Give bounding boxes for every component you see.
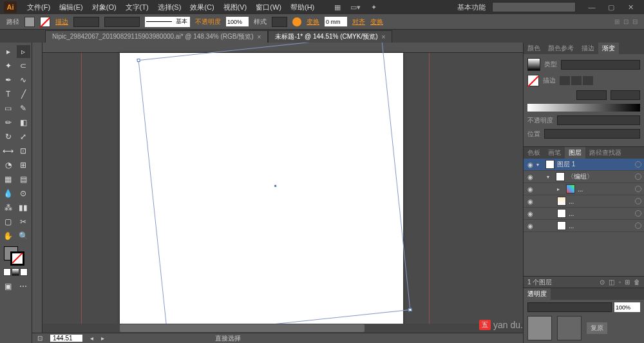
tab-color[interactable]: 颜色 <box>524 43 544 54</box>
new-sublayer-icon[interactable]: ▫ <box>618 279 621 286</box>
eraser-tool[interactable]: ◧ <box>17 116 31 129</box>
rotate-tool[interactable]: ↻ <box>1 130 15 143</box>
expand-arrow-icon[interactable]: ▾ <box>536 162 543 168</box>
zoom-tool[interactable]: 🔍 <box>17 230 31 242</box>
target-icon[interactable] <box>635 198 641 204</box>
graph-tool[interactable]: ▮▮ <box>17 201 31 214</box>
search-input[interactable] <box>492 2 576 12</box>
fill-color-swatch[interactable] <box>24 17 35 27</box>
tab-brushes[interactable]: 画笔 <box>544 147 565 159</box>
slice-tool[interactable]: ✂ <box>17 215 31 228</box>
gradient-tool[interactable]: ▤ <box>17 173 31 186</box>
gpu-icon[interactable]: ✦ <box>367 1 380 13</box>
visibility-toggle-icon[interactable]: ◉ <box>526 185 534 193</box>
gradient-stroke-none[interactable] <box>527 75 539 86</box>
line-tool[interactable]: ╱ <box>17 88 31 101</box>
visibility-toggle-icon[interactable]: ◉ <box>526 222 534 230</box>
selected-rectangle-path[interactable] <box>138 43 411 336</box>
paintbrush-tool[interactable]: ✎ <box>17 102 31 115</box>
stroke-swatch-none[interactable] <box>10 251 24 266</box>
tab-close-icon[interactable]: × <box>258 34 261 41</box>
mesh-tool[interactable]: ▦ <box>1 173 15 186</box>
layer-row[interactable]: ◉ ▸ ... <box>524 183 644 195</box>
gradient-angle-input[interactable] <box>576 90 606 100</box>
layer-name[interactable]: ... <box>578 186 632 193</box>
symbol-sprayer-tool[interactable]: ⁂ <box>1 201 15 214</box>
blend-mode-dropdown[interactable] <box>527 302 612 312</box>
more-icon[interactable]: ⊟ <box>632 18 638 25</box>
target-icon[interactable] <box>635 173 641 180</box>
tab-layers[interactable]: 图层 <box>565 147 585 159</box>
direct-selection-tool[interactable]: ▹ <box>17 45 31 58</box>
graphic-style-dropdown[interactable] <box>272 17 287 27</box>
align-label[interactable]: 对齐 <box>352 17 365 26</box>
mode-color[interactable] <box>3 268 11 276</box>
tab-swatches[interactable]: 描边 <box>578 43 598 54</box>
stroke-link[interactable]: 描边 <box>55 17 68 26</box>
bridge-icon[interactable]: ▦ <box>331 1 344 13</box>
opacity-value[interactable]: 100% <box>226 17 249 26</box>
type-tool[interactable]: T <box>1 88 15 101</box>
nav-next-icon[interactable]: ▸ <box>101 335 104 342</box>
horizontal-scrollbar[interactable] <box>43 324 523 333</box>
recolor-icon[interactable] <box>292 17 301 26</box>
layer-row[interactable]: ◉ ... <box>524 195 644 208</box>
blend-tool[interactable]: ⊙ <box>17 187 31 200</box>
guide-vertical[interactable] <box>81 53 82 333</box>
menu-select[interactable]: 选择(S) <box>154 1 185 14</box>
nav-prev-icon[interactable]: ◂ <box>90 335 93 342</box>
tab-transparency[interactable]: 透明度 <box>524 288 551 300</box>
layer-name[interactable]: ... <box>569 210 632 217</box>
locate-object-icon[interactable]: ⊙ <box>600 279 605 286</box>
menu-file[interactable]: 文件(F) <box>23 1 54 14</box>
artboard-tool[interactable]: ▢ <box>1 215 15 228</box>
opacity-label[interactable]: 不透明度 <box>195 17 221 26</box>
menu-help[interactable]: 帮助(H) <box>287 1 318 14</box>
target-icon[interactable] <box>635 186 641 192</box>
layer-name[interactable]: ... <box>569 198 632 205</box>
magic-wand-tool[interactable]: ✦ <box>1 59 15 72</box>
brush-definition[interactable]: 基本 <box>145 17 190 27</box>
align-input[interactable]: 0 mm <box>325 17 347 26</box>
menu-type[interactable]: 文字(T) <box>122 1 153 14</box>
layer-row[interactable]: ◉ ... <box>524 220 644 232</box>
edit-icon[interactable]: ⊡ <box>623 18 629 25</box>
eyedropper-tool[interactable]: 💧 <box>1 187 15 200</box>
arrange-icon[interactable]: ▭▾ <box>349 1 362 13</box>
pen-tool[interactable]: ✒ <box>1 74 15 86</box>
transform-label2[interactable]: 变换 <box>370 17 383 26</box>
scrollbar-thumb[interactable] <box>120 324 365 332</box>
anchor-point[interactable] <box>137 59 140 62</box>
screen-mode-tool[interactable]: ▣ <box>1 280 15 293</box>
workspace-switcher[interactable]: 基本功能 <box>457 3 486 12</box>
new-layer-icon[interactable]: ⊞ <box>625 279 630 286</box>
layer-row[interactable]: ◉ ... <box>524 208 644 220</box>
anchor-point[interactable] <box>408 308 412 311</box>
canvas[interactable] <box>43 53 523 333</box>
free-transform-tool[interactable]: ⊡ <box>17 144 31 157</box>
stop-opacity-input[interactable] <box>557 115 640 125</box>
tab-color-guide[interactable]: 颜色参考 <box>544 43 578 54</box>
layer-name[interactable]: 〈编组〉 <box>567 172 632 181</box>
stop-position-input[interactable] <box>544 129 640 139</box>
layer-row[interactable]: ◉ ▾ 图层 1 <box>524 159 644 171</box>
stroke-weight-dropdown[interactable] <box>73 17 99 27</box>
color-swatches[interactable] <box>1 246 30 266</box>
menu-effect[interactable]: 效果(C) <box>186 1 218 14</box>
mode-none[interactable] <box>20 268 28 276</box>
maximize-button[interactable]: ▢ <box>601 1 621 14</box>
target-icon[interactable] <box>635 222 641 229</box>
layer-name[interactable]: 图层 1 <box>557 160 632 169</box>
gradient-preview[interactable] <box>527 58 540 71</box>
guide-vertical[interactable] <box>429 53 430 333</box>
menu-window[interactable]: 窗口(W) <box>252 1 285 14</box>
visibility-toggle-icon[interactable]: ◉ <box>526 197 534 205</box>
document-tab-1[interactable]: Nipic_29842067_20190829115903980000.ai* … <box>45 30 268 43</box>
curvature-tool[interactable]: ∿ <box>17 74 31 86</box>
layer-name[interactable]: ... <box>569 222 632 230</box>
delete-layer-icon[interactable]: 🗑 <box>634 279 640 286</box>
tab-pathfinder[interactable]: 路径查找器 <box>585 147 625 159</box>
mode-gradient[interactable] <box>12 268 19 276</box>
visibility-toggle-icon[interactable]: ◉ <box>526 210 534 217</box>
tab-close-icon[interactable]: × <box>382 34 386 41</box>
